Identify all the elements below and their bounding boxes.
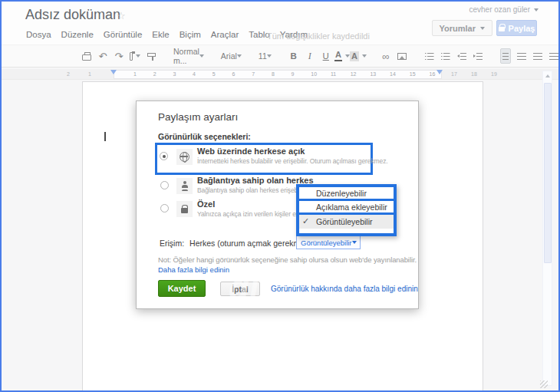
ruler-number: 4	[193, 71, 196, 77]
radio-private[interactable]	[160, 204, 169, 212]
undo-button[interactable]: ↶	[97, 48, 108, 64]
ruler-number: 11	[331, 71, 336, 77]
menu-item-can-edit[interactable]: Düzenleyebilir	[299, 187, 394, 201]
numbered-list-button[interactable]	[424, 48, 435, 64]
font-size-select[interactable]: 11	[259, 51, 272, 61]
indent-button[interactable]	[473, 48, 483, 64]
access-label: Erişim:	[160, 239, 184, 248]
ruler-number: 10	[311, 71, 317, 77]
paste-button[interactable]	[130, 48, 140, 64]
ruler-number: 7	[252, 71, 255, 77]
access-permission-dropdown[interactable]: Görüntüleyebilir	[296, 236, 361, 249]
option-private-title[interactable]: Özel	[197, 199, 215, 209]
align-left-button[interactable]	[500, 48, 511, 64]
menu-item-can-comment[interactable]: Açıklama ekleyebilir	[299, 201, 394, 215]
visibility-learn-more-link[interactable]: Görünürlük hakkında daha fazla bilgi edi…	[271, 285, 418, 293]
align-center-button[interactable]	[516, 48, 527, 64]
scrollbar[interactable]	[542, 71, 552, 386]
ruler-number: 5	[212, 71, 216, 77]
justify-button[interactable]	[548, 48, 559, 64]
text-color-button[interactable]: A	[337, 48, 348, 64]
chevron-down-icon	[345, 54, 350, 58]
globe-icon	[176, 149, 193, 165]
menu-dosya[interactable]: Dosya	[26, 30, 51, 39]
menu-duzenle[interactable]: Düzenle	[61, 30, 94, 39]
menu-bicim[interactable]: Biçim	[180, 30, 201, 39]
document-title[interactable]: Adsız doküman	[25, 7, 120, 23]
menu-ekle[interactable]: Ekle	[152, 30, 169, 39]
ruler-number: 16	[430, 71, 436, 77]
chevron-down-icon	[237, 54, 242, 58]
ruler-number: 2	[153, 71, 156, 77]
scroll-up-arrow[interactable]	[543, 71, 552, 81]
bulleted-list-button[interactable]	[440, 48, 451, 64]
option-link-desc: Bağlantıya sahip olan herkes erişebilir.	[197, 186, 305, 194]
visibility-options-label: Görünürlük seçenekleri:	[158, 132, 251, 141]
chevron-down-icon	[136, 54, 140, 58]
ruler-number: 15	[410, 71, 416, 77]
ruler-number: 12	[351, 71, 357, 77]
ruler-number: 8	[272, 71, 275, 77]
ruler-number: 1	[133, 71, 137, 77]
left-indent-marker[interactable]	[110, 70, 117, 74]
ruler-number: 3	[173, 71, 176, 77]
star-icon[interactable]: ☆	[117, 10, 126, 21]
check-icon: ✓	[302, 216, 309, 226]
ruler-number: 19	[491, 71, 497, 77]
outdent-button[interactable]	[456, 48, 467, 64]
menu-item-can-view[interactable]: ✓ Görüntüleyebilir	[299, 215, 394, 229]
ruler-number: 2	[67, 71, 70, 77]
comments-button[interactable]: Yorumlar	[432, 20, 492, 36]
dialog-title: Paylaşım ayarları	[158, 111, 238, 123]
lock-icon	[176, 201, 193, 217]
user-menu[interactable]: cevher ozan güler	[469, 5, 539, 14]
option-public-title[interactable]: Web üzerinde herkese açık	[197, 147, 305, 156]
redo-button[interactable]: ↷	[114, 48, 124, 64]
italic-button[interactable]: I	[305, 48, 315, 64]
highlight-color-button[interactable]: A	[353, 48, 364, 64]
save-button[interactable]: Kaydet	[158, 280, 206, 297]
text-cursor	[104, 132, 106, 141]
radio-anyone-with-link[interactable]	[160, 181, 169, 189]
print-button[interactable]	[81, 48, 92, 64]
learn-more-link[interactable]: Daha fazla bilgi edinin	[158, 265, 229, 274]
font-select[interactable]: Arial	[221, 51, 242, 61]
chevron-down-icon	[534, 8, 539, 12]
menu-goruntule[interactable]: Görüntüle	[104, 30, 143, 39]
ruler-number: 13	[370, 71, 376, 77]
ruler-number: 9	[292, 71, 295, 77]
ruler-number: 14	[390, 71, 396, 77]
resize-grip-icon[interactable]	[540, 380, 548, 388]
chevron-down-icon	[267, 54, 272, 58]
save-status: Tüm değişiklikler kaydedildi	[267, 31, 370, 41]
user-name: cevher ozan güler	[469, 5, 531, 14]
bold-button[interactable]: B	[288, 48, 299, 64]
ruler-number: 1	[88, 71, 91, 77]
ruler-number: 18	[471, 71, 477, 77]
insert-image-button[interactable]	[397, 48, 407, 64]
right-indent-marker[interactable]	[436, 70, 443, 74]
cancel-button[interactable]: İptal	[220, 282, 260, 296]
chevron-down-icon	[480, 27, 485, 30]
chevron-down-icon	[199, 54, 204, 58]
underline-button[interactable]: U	[321, 48, 331, 64]
share-button[interactable]: Paylaş	[496, 20, 537, 36]
ruler-number: 6	[232, 71, 236, 77]
menubar: Dosya Düzenle Görüntüle Ekle Biçim Araçl…	[26, 30, 308, 39]
chevron-down-icon	[362, 54, 367, 58]
dialog-note: Not: Öğeler hangi görünürlük seçeneğine …	[158, 255, 417, 264]
access-row: Erişim:Herkes (oturum açmak gerekmez)	[160, 239, 311, 248]
access-value: Herkes (oturum açmak gerekmez)	[189, 239, 311, 248]
scrollbar-thumb[interactable]	[544, 83, 552, 263]
sharing-settings-dialog: Paylaşım ayarları Görünürlük seçenekleri…	[136, 100, 419, 309]
ruler-number: 17	[451, 71, 457, 77]
ruler: 2112345678910111213141516171819	[2, 69, 558, 80]
paint-format-button[interactable]	[146, 48, 156, 64]
paragraph-style-select[interactable]: Normal m...	[173, 47, 204, 65]
menu-araclar[interactable]: Araçlar	[211, 30, 239, 39]
align-right-button[interactable]	[532, 48, 543, 64]
lock-icon	[499, 27, 505, 31]
insert-link-button[interactable]: ∞	[380, 48, 391, 64]
radio-public[interactable]	[160, 152, 168, 160]
toolbar: ↶ ↷ Normal m... Arial 11 B I U A A ∞	[2, 44, 558, 68]
